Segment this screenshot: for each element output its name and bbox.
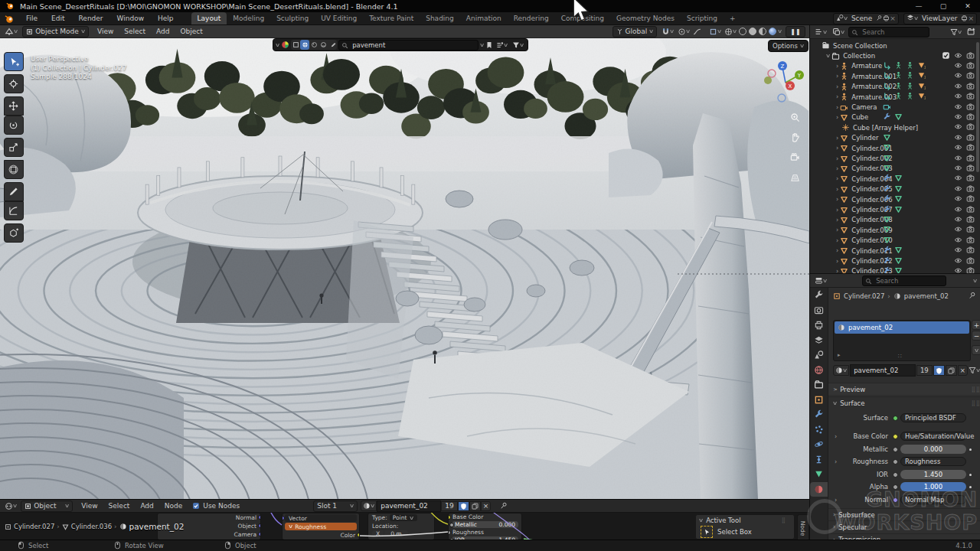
camera-toggle-icon[interactable] xyxy=(966,184,975,194)
workspace-tab-geometry-nodes[interactable]: Geometry Nodes xyxy=(610,12,681,24)
outliner-item-label[interactable]: Camera xyxy=(851,103,877,111)
badge-vgroup-icon[interactable]: 3 xyxy=(917,92,926,102)
badge-pose-icon[interactable] xyxy=(906,82,914,92)
search-dropdown-chevron[interactable]: ∨ xyxy=(479,42,485,48)
eye-toggle-icon[interactable] xyxy=(954,61,962,71)
camera-view-icon[interactable] xyxy=(790,151,800,165)
remove-slot-button[interactable]: − xyxy=(972,331,980,341)
menu-edit[interactable]: Edit xyxy=(44,12,71,24)
camera-toggle-icon[interactable] xyxy=(966,225,975,235)
badge-wrench-icon[interactable] xyxy=(883,112,891,122)
camera-toggle-icon[interactable] xyxy=(966,133,975,143)
badge-pose-icon[interactable] xyxy=(894,61,903,71)
new-collection-icon[interactable] xyxy=(965,28,977,36)
menu-render[interactable]: Render xyxy=(72,12,110,24)
outliner-row[interactable]: › Cylinder.006 xyxy=(810,194,980,204)
eye-toggle-icon[interactable] xyxy=(954,215,962,225)
badge-wrench-icon[interactable] xyxy=(883,174,891,184)
shader-type-dropdown[interactable]: Object∨ xyxy=(21,500,73,512)
shader-new-material-icon[interactable] xyxy=(469,501,481,511)
maximize-button[interactable]: ▢ xyxy=(931,0,956,12)
properties-tab-material[interactable] xyxy=(810,482,828,497)
active-tool-title[interactable]: Active Tool xyxy=(706,517,741,524)
properties-tab-world[interactable] xyxy=(810,363,828,378)
scene-selector[interactable]: ∨ Scene × xyxy=(833,13,899,24)
bookmark-icon[interactable] xyxy=(485,37,493,52)
property-value[interactable]: Roughness xyxy=(900,457,966,466)
outliner-row[interactable]: › Cylinder.002 xyxy=(810,153,980,163)
select-box-tool-icon[interactable] xyxy=(701,526,713,538)
badge-wrench-icon[interactable] xyxy=(883,205,891,215)
badge-mesh-icon[interactable] xyxy=(894,174,903,184)
tool-rotate[interactable] xyxy=(4,116,24,135)
badge-mesh-icon[interactable] xyxy=(894,205,903,215)
camera-toggle-icon[interactable] xyxy=(966,92,975,102)
minimize-button[interactable]: — xyxy=(906,0,931,12)
shading-material-button[interactable] xyxy=(759,28,766,35)
shading-wireframe-button[interactable] xyxy=(739,28,746,35)
camera-toggle-icon[interactable] xyxy=(966,236,975,246)
camera-toggle-icon[interactable] xyxy=(966,205,975,215)
overlays-icon[interactable]: ∨ xyxy=(723,28,738,36)
fake-user-shield-icon[interactable] xyxy=(933,365,945,376)
property-value[interactable]: 1.000 xyxy=(900,482,966,491)
eye-toggle-icon[interactable] xyxy=(954,205,962,215)
properties-tab-output[interactable] xyxy=(810,318,828,333)
users-count-button[interactable]: 19 xyxy=(916,365,933,376)
bsdf-input-roughness[interactable]: Roughness xyxy=(449,529,521,536)
breadcrumb-object[interactable]: Cylinder.027 xyxy=(844,292,884,300)
badge-vgroup-icon[interactable]: 3 xyxy=(917,61,926,71)
viewport-canvas[interactable] xyxy=(0,38,809,499)
eye-toggle-icon[interactable] xyxy=(954,246,962,256)
badge-mesh-icon[interactable] xyxy=(894,266,903,274)
properties-tab-scene[interactable] xyxy=(810,347,828,363)
camera-toggle-icon[interactable] xyxy=(966,246,975,256)
breadcrumb-material[interactable]: pavement_02 xyxy=(904,292,949,300)
socket-dot[interactable] xyxy=(893,447,898,452)
properties-tab-render[interactable] xyxy=(810,303,828,318)
preview-panel-header[interactable]: ∨ Preview⣿⣿ xyxy=(828,383,980,395)
eye-toggle-icon[interactable] xyxy=(954,184,962,194)
workspace-tab-scripting[interactable]: Scripting xyxy=(681,12,724,24)
shader-pin-icon[interactable] xyxy=(498,502,509,510)
badge-pose-icon[interactable] xyxy=(906,61,914,71)
camera-toggle-icon[interactable] xyxy=(966,143,975,153)
outliner-row[interactable]: › Cylinder.011 xyxy=(810,246,980,256)
badge-wrench-icon[interactable] xyxy=(883,246,891,256)
shader-unlink-icon[interactable]: × xyxy=(481,501,492,511)
socket-dot[interactable] xyxy=(893,459,898,465)
camera-toggle-icon[interactable] xyxy=(966,82,975,92)
material-slot-selected[interactable]: pavement_02 xyxy=(835,321,969,334)
node-canvas[interactable]: Cylinder.027 › Cylinder.036 › pavement_0… xyxy=(0,513,809,540)
node-roughness-texture[interactable]: Vector ∨Roughness Color xyxy=(282,513,360,540)
workspace-tab-modeling[interactable]: Modeling xyxy=(227,12,270,24)
property-value[interactable]: 1.450 xyxy=(900,470,966,479)
outliner-row[interactable]: Cube [Array Helper] xyxy=(810,122,980,132)
filter-square-icon[interactable] xyxy=(291,41,300,48)
outliner-row[interactable]: › Cylinder.012 xyxy=(810,256,980,266)
outliner-item-label[interactable]: Scene Collection xyxy=(833,42,887,50)
add-workspace-button[interactable]: + xyxy=(724,12,742,24)
camera-toggle-icon[interactable] xyxy=(966,174,975,184)
panel-subsurface[interactable]: ›Subsurface xyxy=(828,508,980,520)
socket-dot[interactable] xyxy=(893,484,898,490)
show-gizmo-icon[interactable]: ∨ xyxy=(707,28,723,36)
tool-measure[interactable] xyxy=(4,201,24,220)
badge-mesh-icon[interactable] xyxy=(894,246,903,256)
outliner-row[interactable]: › Armature.001 3 xyxy=(810,71,980,81)
node-sidebar-tab[interactable]: Node xyxy=(797,514,809,540)
outliner-row[interactable]: › Armature.002 3 xyxy=(810,82,980,92)
browse-material-button[interactable]: ∨ xyxy=(361,500,377,511)
checkbox-toggle-icon[interactable] xyxy=(942,51,950,61)
filter-sphere-b-icon[interactable] xyxy=(318,41,328,48)
snap-magnet-icon[interactable]: ∨ xyxy=(660,28,675,36)
camera-toggle-icon[interactable] xyxy=(966,154,975,164)
badge-mesh-icon[interactable] xyxy=(883,133,891,143)
property-value[interactable]: Hue/Saturation/Value xyxy=(900,432,966,441)
badge-pose-icon[interactable] xyxy=(894,71,903,81)
badge-mesh-icon[interactable] xyxy=(883,154,891,164)
outliner-row[interactable]: › Cylinder xyxy=(810,133,980,143)
new-scene-icon[interactable] xyxy=(883,15,890,23)
proportional-edit-icon[interactable]: ∨ xyxy=(676,28,691,36)
animate-dot[interactable] xyxy=(969,448,972,451)
